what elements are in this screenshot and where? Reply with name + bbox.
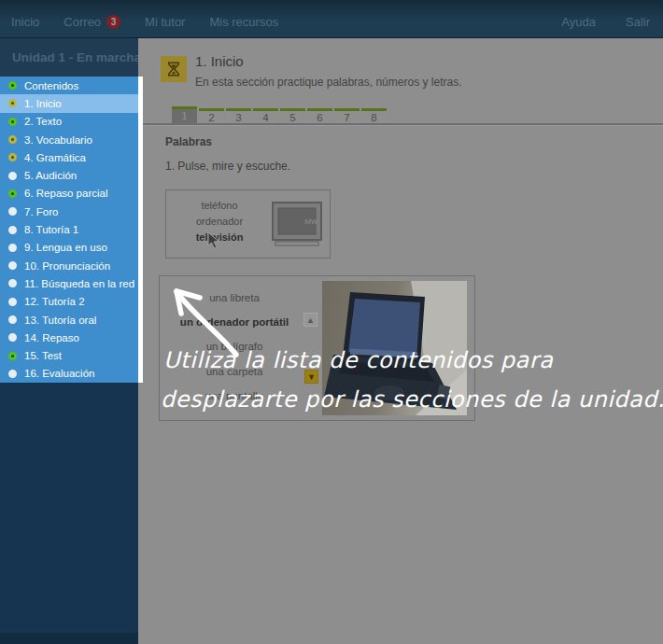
sidebar-item-11-b-squeda-en-la-red[interactable]: 11. Búsqueda en la red bbox=[0, 274, 138, 292]
nav-item-label: Correo bbox=[63, 15, 101, 29]
sidebar-item-label: 16. Evaluación bbox=[24, 368, 94, 379]
sidebar-item-2-texto[interactable]: 2. Texto bbox=[0, 113, 138, 131]
sidebar-item-15-test[interactable]: 15. Test bbox=[0, 346, 138, 364]
sidebar-item-label: Contenidos bbox=[24, 80, 78, 91]
content: 1. Inicio En esta sección practique pala… bbox=[143, 38, 663, 644]
sidebar-item-16-evaluaci-n[interactable]: 16. Evaluación bbox=[0, 365, 138, 383]
sidebar-item-label: 11. Búsqueda en la red bbox=[24, 278, 134, 289]
progress-bullet-icon bbox=[8, 118, 17, 126]
sidebar-item-7-foro[interactable]: 7. Foro bbox=[0, 203, 138, 220]
word-item-ordenador[interactable]: ordenador bbox=[168, 214, 271, 230]
nav-item-inicio[interactable]: Inicio bbox=[11, 15, 39, 29]
tv-illustration: MW bbox=[271, 201, 325, 249]
sidebar-item-label: 3. Vocabulario bbox=[24, 134, 92, 146]
sidebar-item-label: 13. Tutoría oral bbox=[24, 315, 96, 326]
progress-bullet-icon bbox=[8, 333, 17, 342]
progress-bullet-icon bbox=[8, 352, 17, 360]
top-nav: InicioCorreo3Mi tutorMis recursos AyudaS… bbox=[0, 0, 663, 38]
progress-bullet-icon bbox=[8, 244, 17, 252]
progress-bullet-icon bbox=[8, 261, 17, 270]
sidebar-item-10-pronunciaci-n[interactable]: 10. Pronunciación bbox=[0, 257, 138, 274]
sidebar-item-label: 8. Tutoría 1 bbox=[24, 224, 78, 235]
section-title: 1. Inicio bbox=[195, 53, 244, 69]
nav-right: AyudaSalir bbox=[561, 15, 650, 29]
sidebar-item-label: 14. Repaso bbox=[24, 332, 79, 343]
sidebar-item-label: 10. Pronunciación bbox=[24, 260, 110, 272]
nav-item-mi-tutor[interactable]: Mi tutor bbox=[145, 15, 185, 29]
scroll-up-button[interactable]: ▲ bbox=[303, 313, 317, 327]
section-subtitle: En esta sección practique palabras, núme… bbox=[195, 76, 461, 89]
nav-item-label: Inicio bbox=[11, 15, 39, 29]
word-item-un-ordenador-port-til[interactable]: un ordenador portátil bbox=[163, 310, 305, 334]
divider bbox=[143, 123, 663, 126]
sidebar-item-1-inicio[interactable]: 1. Inicio bbox=[0, 94, 138, 112]
tutorial-tip-line1: Utiliza la lista de contenidos para bbox=[163, 347, 553, 373]
progress-bullet-icon bbox=[8, 135, 17, 144]
sidebar-item-8-tutor-a-1[interactable]: 8. Tutoría 1 bbox=[0, 220, 138, 238]
word-item-una-libreta[interactable]: una libreta bbox=[163, 286, 305, 310]
progress-bullet-icon bbox=[8, 172, 17, 180]
progress-bullet-icon bbox=[8, 99, 17, 107]
sidebar-item-4-gram-tica[interactable]: 4. Gramática bbox=[0, 148, 138, 166]
progress-bullet-icon bbox=[8, 189, 17, 198]
unit-title: Unidad 1 - En marcha bbox=[0, 38, 138, 77]
progress-bullet-icon bbox=[8, 279, 17, 287]
nav-item-label: Ayuda bbox=[561, 15, 596, 29]
pager: 12345678 bbox=[172, 106, 387, 125]
cursor-icon bbox=[207, 232, 220, 250]
sidebar-item-label: 7. Foro bbox=[24, 206, 58, 217]
nav-left: InicioCorreo3Mi tutorMis recursos bbox=[11, 15, 278, 29]
tutorial-tip-line2: desplazarte por las secciones de la unid… bbox=[161, 386, 663, 413]
contents-list: Contenidos1. Inicio2. Texto3. Vocabulari… bbox=[0, 77, 143, 383]
nav-item-correo[interactable]: Correo3 bbox=[63, 15, 120, 29]
sidebar-footer bbox=[0, 633, 138, 644]
sidebar-item-13-tutor-a-oral[interactable]: 13. Tutoría oral bbox=[0, 311, 138, 329]
pager-tab-1[interactable]: 1 bbox=[172, 106, 197, 125]
hourglass-icon bbox=[161, 56, 187, 82]
mail-count-badge: 3 bbox=[106, 15, 120, 29]
nav-item-label: Salir bbox=[626, 15, 650, 29]
sidebar-item-label: 1. Inicio bbox=[24, 98, 62, 109]
progress-bullet-icon bbox=[8, 370, 17, 378]
sidebar-item-label: 4. Gramática bbox=[24, 152, 86, 163]
sidebar-item-contenidos[interactable]: Contenidos bbox=[0, 77, 138, 94]
instruction-text: 1. Pulse, mire y escuche. bbox=[165, 160, 290, 173]
nav-item-label: Mis recursos bbox=[209, 15, 278, 29]
nav-item-salir[interactable]: Salir bbox=[626, 15, 650, 29]
progress-bullet-icon bbox=[8, 81, 17, 90]
sidebar-item-label: 12. Tutoría 2 bbox=[24, 296, 85, 307]
progress-bullet-icon bbox=[8, 298, 17, 306]
sidebar: Unidad 1 - En marcha Contenidos1. Inicio… bbox=[0, 38, 138, 644]
sidebar-item-14-repaso[interactable]: 14. Repaso bbox=[0, 329, 138, 346]
sidebar-item-6-repaso-parcial[interactable]: 6. Repaso parcial bbox=[0, 185, 138, 203]
sidebar-item-3-vocabulario[interactable]: 3. Vocabulario bbox=[0, 131, 138, 148]
nav-item-mis-recursos[interactable]: Mis recursos bbox=[209, 15, 278, 29]
sidebar-item-12-tutor-a-2[interactable]: 12. Tutoría 2 bbox=[0, 293, 138, 311]
word-item-tel-fono[interactable]: teléfono bbox=[168, 198, 271, 214]
category-label: Palabras bbox=[165, 135, 212, 148]
sidebar-item-label: 5. Audición bbox=[24, 170, 77, 181]
sidebar-item-5-audici-n[interactable]: 5. Audición bbox=[0, 166, 138, 184]
progress-bullet-icon bbox=[8, 315, 17, 324]
nav-item-ayuda[interactable]: Ayuda bbox=[561, 15, 596, 29]
sidebar-item-label: 2. Texto bbox=[24, 116, 62, 127]
nav-item-label: Mi tutor bbox=[145, 15, 185, 29]
screen: InicioCorreo3Mi tutorMis recursos AyudaS… bbox=[0, 0, 663, 644]
sidebar-item-label: 9. Lengua en uso bbox=[24, 242, 107, 253]
sidebar-item-label: 6. Repaso parcial bbox=[24, 188, 108, 199]
sidebar-item-9-lengua-en-uso[interactable]: 9. Lengua en uso bbox=[0, 239, 138, 257]
progress-bullet-icon bbox=[8, 226, 17, 234]
progress-bullet-icon bbox=[8, 153, 17, 161]
sidebar-item-label: 15. Test bbox=[24, 350, 62, 361]
progress-bullet-icon bbox=[8, 207, 17, 216]
svg-text:MW: MW bbox=[304, 217, 319, 226]
exercise-words-box: teléfonoordenadortelevisión MW bbox=[165, 189, 331, 259]
